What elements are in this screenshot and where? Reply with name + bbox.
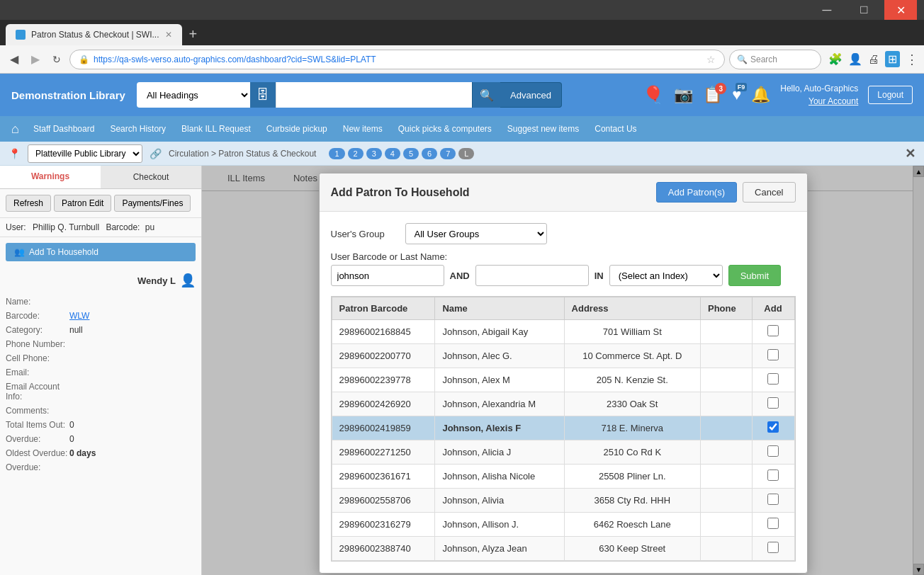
payments-fines-button[interactable]: Payments/Fines — [114, 195, 191, 212]
cell-barcode: 29896002271250 — [332, 440, 435, 465]
pill-6[interactable]: 6 — [422, 148, 437, 159]
nav-link-curbside[interactable]: Curbside pickup — [259, 120, 334, 138]
detail-name: Name: — [6, 297, 196, 307]
table-row[interactable]: 29896002419859Johnson, Alexis F718 E. Mi… — [332, 416, 794, 440]
table-row[interactable]: 29896002361671Johnson, Alisha Nicole2550… — [332, 465, 794, 489]
add-checkbox[interactable] — [767, 349, 779, 360]
cell-add — [752, 465, 794, 489]
barcode-value[interactable]: WLW — [69, 311, 89, 321]
overdue2-label: Overdue: — [6, 462, 69, 472]
add-checkbox[interactable] — [767, 494, 779, 505]
print-button[interactable]: 🖨 — [868, 53, 879, 66]
url-bar[interactable]: 🔒 https://qa-swls-verso.auto-graphics.co… — [69, 50, 725, 69]
add-checkbox[interactable] — [767, 445, 779, 457]
account-link[interactable]: Your Account — [780, 95, 858, 108]
table-row[interactable]: 29896002558706Johnson, Alivia3658 Cty Rd… — [332, 489, 794, 513]
second-search-input[interactable] — [475, 265, 589, 286]
cell-phone — [700, 416, 752, 440]
minimize-button[interactable]: ─ — [811, 0, 843, 20]
breadcrumb-path: Circulation > Patron Status & Checkout — [169, 149, 316, 159]
cell-phone — [700, 465, 752, 489]
cell-barcode: 29896002426920 — [332, 392, 435, 416]
cell-add — [752, 344, 794, 368]
tab-close-icon[interactable]: ✕ — [165, 30, 172, 40]
user-group-select[interactable]: All User GroupsGroup 1Group 2 — [405, 223, 547, 244]
pill-l[interactable]: L — [458, 148, 474, 159]
table-row[interactable]: 29896002239778Johnson, Alex M205 N. Kenz… — [332, 368, 794, 392]
app-button[interactable]: ⊞ — [885, 51, 900, 67]
cancel-button[interactable]: Cancel — [743, 182, 795, 203]
bell-button[interactable]: 🔔 — [751, 86, 770, 104]
cell-address: 630 Keep Street — [564, 537, 700, 561]
pill-3[interactable]: 3 — [366, 148, 382, 159]
table-row[interactable]: 29896002271250Johnson, Alicia J2510 Co R… — [332, 440, 794, 465]
add-patron-button[interactable]: Add Patron(s) — [656, 182, 737, 203]
pill-5[interactable]: 5 — [403, 148, 419, 159]
refresh-button[interactable]: Refresh — [6, 195, 51, 212]
tab-checkout[interactable]: Checkout — [101, 166, 201, 188]
pill-1[interactable]: 1 — [329, 148, 344, 159]
add-checkbox[interactable] — [767, 542, 779, 553]
back-button[interactable]: ◀ — [6, 50, 23, 69]
barcode-field-label: User Barcode or Last Name: — [331, 251, 448, 262]
add-checkbox[interactable] — [767, 469, 779, 481]
add-checkbox[interactable] — [767, 325, 779, 336]
index-select[interactable]: (Select an Index)BarcodeLast NameFirst N… — [609, 265, 723, 286]
extensions-button[interactable]: 🧩 — [828, 52, 843, 66]
home-icon[interactable]: ⌂ — [11, 122, 19, 137]
col-phone: Phone — [700, 297, 752, 320]
maximize-button[interactable]: ☐ — [847, 0, 880, 20]
nav-link-quick-picks[interactable]: Quick picks & computers — [391, 120, 499, 138]
close-button[interactable]: ✕ — [884, 0, 917, 20]
pill-7[interactable]: 7 — [440, 148, 456, 159]
database-icon-button[interactable]: 🗄 — [250, 82, 276, 108]
advanced-search-button[interactable]: Advanced — [500, 82, 562, 108]
search-input[interactable] — [276, 82, 472, 108]
window-controls: ─ ☐ ✕ — [811, 0, 917, 20]
add-checkbox[interactable] — [767, 518, 779, 529]
heading-select[interactable]: All HeadingsTitleAuthorSubjectISBN — [137, 82, 250, 108]
add-checkbox[interactable] — [767, 397, 779, 409]
add-checkbox[interactable] — [767, 373, 779, 385]
table-row[interactable]: 29896002388740Johnson, Alyza Jean630 Kee… — [332, 537, 794, 561]
browser-tab-active[interactable]: Patron Status & Checkout | SWI... ✕ — [6, 24, 182, 45]
logout-button[interactable]: Logout — [868, 86, 913, 104]
menu-button[interactable]: ⋮ — [906, 52, 918, 67]
browser-search-bar[interactable]: 🔍 Search — [729, 50, 821, 69]
nav-link-contact[interactable]: Contact Us — [587, 120, 643, 138]
patron-edit-button[interactable]: Patron Edit — [54, 195, 111, 212]
new-tab-button[interactable]: + — [182, 26, 205, 42]
pill-2[interactable]: 2 — [348, 148, 364, 159]
bookmark-icon[interactable]: ☆ — [706, 54, 716, 65]
detail-email-account: Email Account Info: — [6, 382, 196, 402]
last-name-input[interactable] — [331, 265, 444, 286]
detail-barcode: Barcode: WLW — [6, 311, 196, 321]
tab-warnings[interactable]: Warnings — [0, 166, 101, 188]
table-row[interactable]: 29896002426920Johnson, Alexandria M2330 … — [332, 392, 794, 416]
hot-air-balloon-button[interactable]: 🎈 — [643, 85, 664, 105]
add-checkbox[interactable] — [767, 421, 779, 433]
nav-link-suggest[interactable]: Suggest new items — [500, 120, 586, 138]
library-select[interactable]: Platteville Public Library — [28, 144, 142, 163]
nav-link-staff-dashboard[interactable]: Staff Dashboard — [26, 120, 102, 138]
breadcrumb-bar: 📍 Platteville Public Library 🔗 Circulati… — [0, 142, 924, 166]
table-row[interactable]: 29896002200770Johnson, Alec G.10 Commerc… — [332, 344, 794, 368]
col-name: Name — [435, 297, 564, 320]
patron-avatar-icon: 👤 — [180, 273, 196, 288]
col-address: Address — [564, 297, 700, 320]
close-breadcrumb-button[interactable]: ✕ — [905, 146, 915, 161]
add-to-household-button[interactable]: 👥 Add To Household — [6, 243, 196, 261]
submit-search-button[interactable]: Submit — [728, 265, 781, 286]
forward-button[interactable]: ▶ — [27, 50, 44, 69]
total-items-label: Total Items Out: — [6, 420, 69, 430]
nav-link-new-items[interactable]: New items — [336, 120, 390, 138]
pill-4[interactable]: 4 — [385, 148, 400, 159]
refresh-browser-button[interactable]: ↻ — [48, 51, 65, 68]
search-button[interactable]: 🔍 — [472, 82, 500, 108]
table-row[interactable]: 29896002316279Johnson, Allison J.6462 Ro… — [332, 513, 794, 537]
nav-link-blank-ill[interactable]: Blank ILL Request — [174, 120, 258, 138]
nav-link-search-history[interactable]: Search History — [103, 120, 173, 138]
table-row[interactable]: 29896002168845Johnson, Abigail Kay701 Wi… — [332, 320, 794, 344]
account-button[interactable]: 👤 — [848, 52, 862, 66]
camera-button[interactable]: 📷 — [674, 86, 693, 104]
